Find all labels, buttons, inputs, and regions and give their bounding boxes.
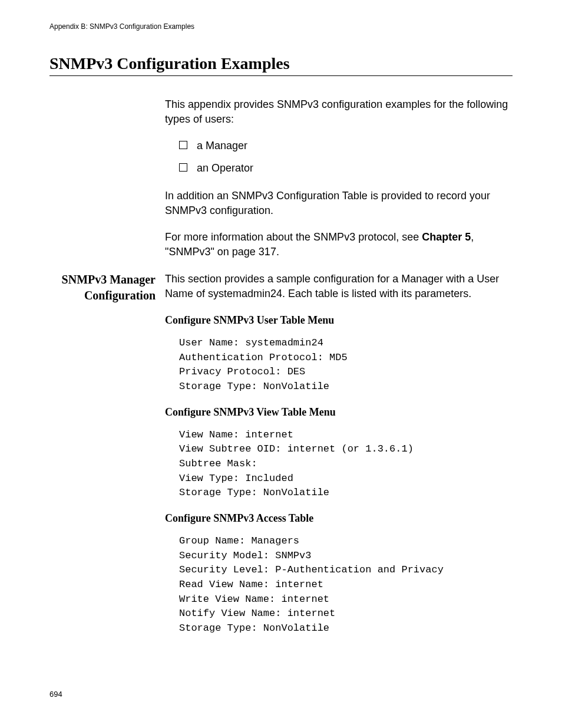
page-number: 694: [49, 690, 62, 699]
checkbox-icon: [179, 163, 187, 172]
user-table-config: User Name: systemadmin24 Authentication …: [179, 336, 513, 394]
user-table-heading: Configure SNMPv3 User Table Menu: [165, 313, 513, 328]
list-item: an Operator: [179, 161, 513, 176]
more-info-pre: For more information about the SNMPv3 pr…: [165, 231, 422, 243]
sidebar-heading: SNMPv3 Manager Configuration: [49, 272, 156, 304]
list-item-label: an Operator: [197, 162, 253, 174]
list-item: a Manager: [179, 139, 513, 153]
running-header: Appendix B: SNMPv3 Configuration Example…: [49, 22, 513, 31]
content-area: This appendix provides SNMPv3 configurat…: [49, 97, 513, 647]
page-title: SNMPv3 Configuration Examples: [49, 54, 513, 76]
section-intro-paragraph: This section provides a sample configura…: [165, 272, 513, 301]
intro-paragraph: This appendix provides SNMPv3 configurat…: [165, 97, 513, 127]
user-types-list: a Manager an Operator: [179, 139, 513, 175]
chapter-reference: Chapter 5: [422, 231, 471, 243]
list-item-label: a Manager: [197, 140, 247, 151]
checkbox-icon: [179, 141, 187, 149]
more-info-paragraph: For more information about the SNMPv3 pr…: [165, 230, 513, 259]
view-table-heading: Configure SNMPv3 View Table Menu: [165, 405, 513, 420]
access-table-config: Group Name: Managers Security Model: SNM…: [179, 534, 513, 635]
access-table-heading: Configure SNMPv3 Access Table: [165, 511, 513, 526]
additional-info-paragraph: In addition an SNMPv3 Configuration Tabl…: [165, 189, 513, 218]
view-table-config: View Name: internet View Subtree OID: in…: [179, 428, 513, 500]
